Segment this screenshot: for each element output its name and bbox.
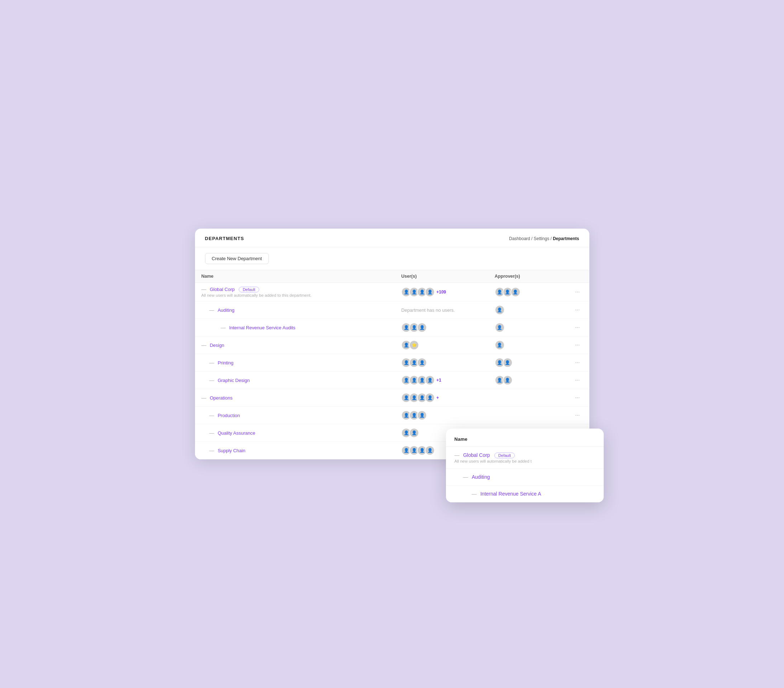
fp-sub-text: All new users will automatically be adde… xyxy=(455,459,595,463)
expand-dash: — xyxy=(209,430,214,436)
no-users-label: Department has no users. xyxy=(401,308,455,313)
fp-auditing-row: — Auditing xyxy=(446,469,604,486)
dept-design[interactable]: Design xyxy=(210,342,224,348)
avatar: 👤 xyxy=(425,375,435,385)
users-count: +109 xyxy=(436,290,446,295)
dept-name-cell: — Operations xyxy=(195,389,395,407)
col-name: Name xyxy=(195,270,395,283)
actions-cell: ··· xyxy=(566,389,589,407)
dept-name-cell: — Supply Chain xyxy=(195,442,395,459)
expand-dash: — xyxy=(201,286,206,292)
users-cell: 👤 👤 👤 xyxy=(395,319,488,336)
create-button-wrapper: Create New Department xyxy=(205,253,269,264)
row-actions-button[interactable]: ··· xyxy=(572,324,583,331)
dept-name-cell: — Design xyxy=(195,336,395,354)
avatar: ⭐ xyxy=(409,340,419,350)
avatar-stack: 👤 👤 👤 👤 +1 xyxy=(401,375,482,385)
actions-cell: ··· xyxy=(566,301,589,319)
fp-dept-auditing[interactable]: Auditing xyxy=(472,474,490,480)
fp-irs-row: — Internal Revenue Service A xyxy=(446,486,604,502)
fp-default-badge: Default xyxy=(494,453,515,458)
avatar-stack: 👤 👤 👤 xyxy=(401,410,482,420)
row-actions-button[interactable]: ··· xyxy=(572,394,583,402)
row-actions-button[interactable]: ··· xyxy=(572,411,583,419)
row-actions-button[interactable]: ··· xyxy=(572,306,583,314)
col-users: User(s) xyxy=(395,270,488,283)
approvers-stack: 👤 xyxy=(495,323,559,332)
dept-production[interactable]: Production xyxy=(217,413,240,418)
row-actions-button[interactable]: ··· xyxy=(572,341,583,349)
avatar: 👤 xyxy=(417,410,427,420)
approvers-stack: 👤 👤 xyxy=(495,375,559,385)
expand-dash: — xyxy=(209,377,214,383)
expand-dash: — xyxy=(209,448,214,453)
avatar-stack: 👤 👤 👤 👤 + xyxy=(401,393,482,403)
users-cell: 👤 ⭐ xyxy=(395,336,488,354)
actions-cell: ··· xyxy=(566,319,589,336)
fp-dept-irs[interactable]: Internal Revenue Service A xyxy=(480,491,541,497)
avatar: 👤 xyxy=(495,305,505,315)
col-actions xyxy=(566,270,589,283)
users-cell: 👤 👤 👤 👤 +1 xyxy=(395,372,488,389)
users-cell: 👤 👤 👤 xyxy=(395,354,488,372)
dept-operations[interactable]: Operations xyxy=(210,395,233,401)
dept-name-cell: — Quality Assurance xyxy=(195,424,395,442)
table-row: — Auditing Department has no users. 👤 xyxy=(195,301,590,319)
actions-cell: ··· xyxy=(566,407,589,424)
table-row: — Design 👤 ⭐ 👤 xyxy=(195,336,590,354)
users-cell: Department has no users. xyxy=(395,301,488,319)
approvers-stack: 👤 xyxy=(495,340,559,350)
dept-supply-chain[interactable]: Supply Chain xyxy=(217,448,245,453)
avatar-stack: 👤 👤 👤 xyxy=(401,323,482,332)
expand-dash: — xyxy=(201,395,206,401)
approvers-stack: 👤 👤 👤 xyxy=(495,287,559,297)
row-actions-button[interactable]: ··· xyxy=(572,359,583,367)
dept-printing[interactable]: Printing xyxy=(217,360,233,365)
dept-irs-audits[interactable]: Internal Revenue Service Audits xyxy=(229,325,295,330)
breadcrumb-settings[interactable]: Settings xyxy=(534,236,549,241)
table-row: — Operations 👤 👤 👤 👤 + xyxy=(195,389,590,407)
actions-cell: ··· xyxy=(566,354,589,372)
fp-dept-global-corp[interactable]: Global Corp xyxy=(463,452,490,458)
dept-name-cell: — Production xyxy=(195,407,395,424)
approvers-stack: 👤 👤 xyxy=(495,358,559,368)
dept-global-corp[interactable]: Global Corp xyxy=(210,287,234,292)
dept-name-cell: — Internal Revenue Service Audits xyxy=(195,319,395,336)
main-card: DEPARTMENTS Dashboard / Settings / Depar… xyxy=(195,229,590,459)
avatar: 👤 xyxy=(417,358,427,368)
users-count: + xyxy=(436,395,439,400)
dept-graphic-design[interactable]: Graphic Design xyxy=(217,378,250,383)
dept-auditing[interactable]: Auditing xyxy=(217,308,234,313)
dept-sub-text: All new users will automatically be adde… xyxy=(201,293,389,298)
avatar: 👤 xyxy=(502,358,512,368)
create-new-department-button[interactable]: Create New Department xyxy=(205,253,269,264)
dept-name-cell: — Graphic Design xyxy=(195,372,395,389)
avatar-stack: 👤 ⭐ xyxy=(401,340,482,350)
default-badge: Default xyxy=(239,287,259,292)
card-header: DEPARTMENTS Dashboard / Settings / Depar… xyxy=(195,229,590,247)
breadcrumb: Dashboard / Settings / Departments xyxy=(509,236,579,241)
approvers-cell xyxy=(488,389,566,407)
avatar-stack: 👤 👤 👤 xyxy=(401,358,482,368)
users-cell: 👤 👤 👤 👤 +109 xyxy=(395,283,488,301)
table-header-row: Name User(s) Approver(s) xyxy=(195,270,590,283)
users-cell: 👤 👤 👤 xyxy=(395,407,488,424)
avatar-stack: 👤 👤 👤 👤 +109 xyxy=(401,287,482,297)
avatar: 👤 xyxy=(425,445,435,456)
approvers-cell xyxy=(488,407,566,424)
avatar: 👤 xyxy=(511,287,520,297)
dept-quality-assurance[interactable]: Quality Assurance xyxy=(217,430,255,436)
avatar: 👤 xyxy=(417,323,427,332)
row-actions-button[interactable]: ··· xyxy=(572,288,583,296)
dept-name-cell: — Auditing xyxy=(195,301,395,319)
fp-header: Name xyxy=(446,429,604,447)
avatar: 👤 xyxy=(425,393,435,403)
avatar: 👤 xyxy=(502,375,512,385)
fp-name-label: Name xyxy=(455,436,468,442)
expand-dash: — xyxy=(463,474,468,480)
approvers-cell: 👤 xyxy=(488,301,566,319)
breadcrumb-departments[interactable]: Departments xyxy=(553,236,579,241)
breadcrumb-dashboard[interactable]: Dashboard xyxy=(509,236,530,241)
row-actions-button[interactable]: ··· xyxy=(572,376,583,384)
dept-name-cell: — Printing xyxy=(195,354,395,372)
